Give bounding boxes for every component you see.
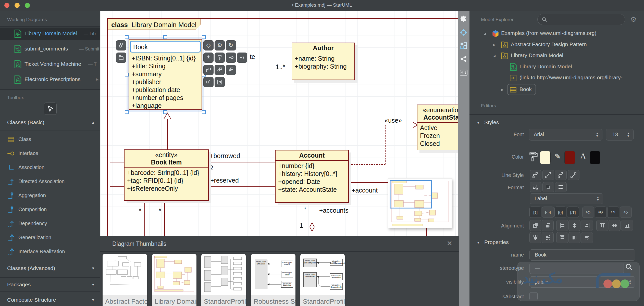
tree-item-library-domain-model-diagram[interactable]: Library Domain Model	[469, 62, 644, 72]
association-account-patron[interactable]	[349, 182, 388, 183]
multiplicity-author[interactable]: 1..*	[276, 63, 285, 71]
enumeration-account-state[interactable]: «enumeration» AccountState Active Frozen…	[417, 105, 459, 150]
distribute-vertically-button[interactable]	[542, 232, 554, 243]
enum-literal[interactable]: Closed	[420, 140, 459, 148]
line-color-pencil-icon[interactable]: ✎	[554, 152, 561, 161]
fill-color-swatch[interactable]	[540, 151, 551, 164]
quick-add-attribute-button[interactable]	[116, 40, 126, 50]
send-to-back-button[interactable]	[542, 220, 554, 231]
distribute-horizontally-button[interactable]	[529, 232, 541, 243]
markdown-panel-button[interactable]	[460, 69, 467, 76]
expander-icon[interactable]: ◢	[484, 32, 486, 35]
book-name-edit-field[interactable]: Book	[130, 41, 201, 53]
use-dependency-h2[interactable]	[385, 125, 414, 125]
quick-add-composited-class-button[interactable]	[226, 65, 236, 75]
attribute[interactable]: +title: String	[132, 62, 199, 70]
thumbnail-standard-profile-l2[interactable]: StandardProfileL2	[201, 254, 246, 306]
working-diagram-item-library-domain-model[interactable]: Library Domain Model — Lib	[0, 28, 100, 40]
font-color-swatch[interactable]	[590, 151, 600, 164]
font-size-stepper[interactable]: 13 ▲▼	[606, 129, 634, 141]
same-height-button[interactable]	[568, 232, 580, 243]
line-color-swatch[interactable]	[564, 151, 575, 164]
association-bookitem-down-2[interactable]	[164, 201, 165, 236]
use-dependency-v[interactable]	[385, 125, 386, 164]
association-stub-left-2[interactable]	[110, 186, 124, 187]
quick-add-aggregated-class-button[interactable]	[215, 65, 225, 75]
enum-literal[interactable]: Active	[420, 124, 459, 132]
toggle-show-type-button[interactable]: [:T]	[567, 207, 579, 218]
tree-item-hyperlink[interactable]: (link to http://www.uml-diagrams.org/lib…	[469, 73, 644, 83]
spinner-icon[interactable]: ▲▼	[597, 196, 599, 201]
use-keyword-label[interactable]: «use»	[385, 117, 402, 124]
tree-item-book[interactable]: ▶ Book	[469, 85, 644, 95]
thumbnail-abstract-factory[interactable]: Abstract Factory Design	[103, 254, 147, 306]
explorer-settings-gear-icon[interactable]: ⚙	[630, 15, 637, 24]
role-accounts[interactable]: +accounts	[319, 207, 349, 214]
attribute[interactable]: +name: String	[295, 55, 352, 62]
styles-section-header[interactable]: Styles	[484, 119, 499, 125]
attribute[interactable]: +opened: Date	[278, 178, 346, 186]
toggle-show-constraint-button[interactable]: [{}]	[554, 207, 566, 218]
align-middle-button[interactable]	[609, 220, 621, 231]
toggle-hide-diamond-button[interactable]: ˣ◇	[582, 207, 594, 218]
association-borrowed[interactable]	[209, 162, 275, 162]
line-style-rectilinear-button[interactable]	[530, 170, 541, 180]
attribute[interactable]: +state: AccountState	[278, 186, 346, 194]
quick-add-required-interface-button[interactable]	[237, 53, 247, 63]
chevron-up-icon[interactable]: ▲	[91, 120, 95, 124]
quick-diamond-button[interactable]: ◇	[203, 40, 214, 50]
section-composite-structure[interactable]: Composite Structure	[7, 297, 56, 303]
tree-item-abstract-factory[interactable]: ▶ Abstract Factory Design Pattern	[469, 40, 644, 50]
quick-add-superclass-button[interactable]	[203, 53, 214, 63]
tool-dependency[interactable]: Dependency	[0, 218, 100, 230]
tool-directed-association[interactable]: Directed Association	[0, 175, 100, 188]
line-style-oblique-button[interactable]	[542, 170, 554, 180]
working-diagram-item-submit-comments[interactable]: submit_comments — Submit	[0, 43, 100, 55]
multiplicity-copies-1[interactable]: *	[139, 207, 141, 214]
font-color-letter-icon[interactable]: A	[580, 151, 586, 161]
attribute[interactable]: +summary	[132, 70, 199, 78]
association-stub-left-1[interactable]	[110, 162, 124, 162]
attribute[interactable]: +ISBN: String[0..1] {id}	[132, 54, 199, 62]
association-minimap-down[interactable]	[426, 228, 427, 236]
section-classes-advanced[interactable]: Classes (Advanced)	[7, 265, 55, 271]
tool-aggregation[interactable]: Aggregation	[0, 189, 100, 202]
selection-handle[interactable]	[163, 35, 167, 39]
quick-settings-button[interactable]: ⚙	[215, 40, 225, 50]
expander-icon[interactable]: ▶	[493, 43, 496, 47]
name-input[interactable]: Book	[529, 249, 635, 261]
model-explorer-search-input[interactable]	[537, 14, 625, 25]
working-diagrams-panel-button[interactable]	[460, 29, 467, 36]
chevron-down-icon[interactable]: ▼	[91, 283, 95, 287]
class-book-item[interactable]: «entity» Book Item +barcode: String[0..1…	[124, 149, 209, 201]
generalization-bookitem-book[interactable]	[167, 119, 168, 149]
chevron-down-icon[interactable]: ▼	[91, 298, 95, 302]
quick-add-port-button[interactable]	[203, 77, 214, 87]
select-tool-button[interactable]	[44, 103, 57, 115]
align-right-button[interactable]	[581, 220, 593, 231]
association-bookitem-down-1[interactable]	[144, 201, 145, 236]
attribute[interactable]: +biography: String	[295, 62, 352, 70]
toggle-hide-operations-button[interactable]: ˣ⚙	[595, 207, 607, 218]
attribute[interactable]: +language	[132, 102, 199, 110]
section-classes-basic[interactable]: Classes (Basic)	[7, 119, 44, 125]
line-style-r-rectilinear-button[interactable]	[555, 170, 567, 180]
format-show-shadow-button[interactable]	[542, 182, 554, 192]
quick-add-associated-class-button[interactable]	[203, 65, 214, 75]
same-width-button[interactable]	[556, 232, 568, 243]
format-word-wrap-button[interactable]	[555, 182, 567, 192]
association-reserved[interactable]	[209, 186, 275, 187]
stereotype-display-select[interactable]: Label ▲▼	[530, 193, 603, 204]
same-size-button[interactable]	[581, 232, 593, 243]
attribute[interactable]: +number {id}	[278, 162, 346, 170]
properties-collapse-icon[interactable]: ▼	[477, 241, 480, 245]
tool-class[interactable]: Class	[0, 133, 100, 146]
align-left-button[interactable]	[556, 220, 568, 231]
attribute[interactable]: +history: History[0..*]	[278, 170, 346, 178]
share-button[interactable]	[460, 55, 467, 63]
quick-self-link-button[interactable]: ↻	[226, 40, 236, 50]
multiplicity-copies-2[interactable]: *	[159, 207, 161, 214]
role-account[interactable]: +account	[352, 187, 378, 194]
fill-color-roller-icon[interactable]	[529, 151, 538, 162]
diagram-overview-minimap[interactable]	[388, 178, 452, 228]
